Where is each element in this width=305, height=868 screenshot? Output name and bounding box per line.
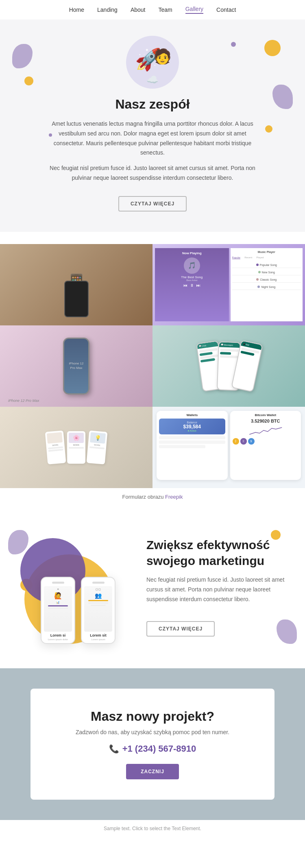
nav-contact[interactable]: Contact [216,7,236,13]
blob-orange-right-bottom [265,125,272,133]
cta-start-button[interactable]: ZACZNIJ [126,764,179,779]
phone-icon: 📞 [109,744,119,754]
phone-notch-1 [52,582,64,584]
cta-section: Masz nowy projekt? Zadzwoń do nas, aby u… [0,668,305,820]
gallery-cell-2[interactable]: Now Playing 🎵 The Best Song Best Artist … [152,244,305,325]
marketing-phone-2: ◻ ◻ 👥 Lorem sit Lorem ipsum [81,577,115,644]
navigation: Home Landing About Team Gallery Contact [0,0,305,20]
nav-team[interactable]: Team [158,7,172,13]
gallery-section: 📱 Now Playing 🎵 The Best Song Best Artis… [0,232,305,506]
hero-avatar: 🚀 🧑 ☁️ [126,36,179,89]
marketing-section: ≡ 🙋 📊 Lorem si Lorem ipsum dolor ◻ ◻ 👥 [0,506,305,668]
blob-purple-left [12,44,33,68]
cta-title: Masz nowy projekt? [47,709,258,724]
hero-paragraph-2: Nec feugiat nisl pretium fusce id. Justo… [47,164,258,183]
gallery-credit: Formularz obrazu Freepik [0,488,305,506]
cta-subtitle: Zadzwoń do nas, aby uzyskać szybką pomoc… [47,729,258,735]
cta-card: Masz nowy projekt? Zadzwoń do nas, aby u… [30,689,274,800]
hero-section: 🚀 🧑 ☁️ Nasz zespół Amet luctus venenatis… [0,20,305,232]
blob-dot-right-top [231,42,236,47]
cta-phone-number: 📞 +1 (234) 567-8910 [47,744,258,754]
gallery-cell-3[interactable]: iPhone 12Pro Max iPhone 12 Pro Max [0,325,152,407]
nav-about[interactable]: About [131,7,146,13]
gallery-cell-5-content: WORK 🌸 WORK 💡 WORK [0,407,152,488]
marketing-title: Zwiększ efektywność swojego marketingu [146,537,289,569]
gallery-cell-1[interactable]: 📱 [0,244,152,325]
gallery-cell-1-content: 📱 [0,244,152,325]
freepik-link[interactable]: Freepik [165,494,183,500]
nav-landing[interactable]: Landing [97,7,118,13]
marketing-read-more-button[interactable]: CZYTAJ WIĘCEJ [146,621,215,637]
phone-notch-2 [92,582,105,584]
blob-orange-right-top [264,40,281,56]
gallery-cell-2-content: Now Playing 🎵 The Best Song Best Artist … [152,244,305,325]
gallery-grid: 📱 Now Playing 🎵 The Best Song Best Artis… [0,244,305,488]
gallery-cell-6[interactable]: Wallets Balance $39,584 ● Active [152,407,305,488]
nav-gallery[interactable]: Gallery [185,6,203,14]
marketing-visual: ≡ 🙋 📊 Lorem si Lorem ipsum dolor ◻ ◻ 👥 [16,530,130,644]
marketing-paragraph: Nec feugiat nisl pretium fusce id. Justo… [146,575,289,604]
footer-note: Sample text. Click to select the Text El… [0,820,305,837]
hero-read-more-button[interactable]: CZYTAJ WIĘCEJ [118,196,187,212]
gallery-cell-3-content: iPhone 12Pro Max iPhone 12 Pro Max [0,325,152,407]
marketing-text: Zwiększ efektywność swojego marketingu N… [146,537,289,637]
hero-title: Nasz zespół [33,97,272,112]
nav-home[interactable]: Home [69,7,84,13]
hero-paragraph-1: Amet luctus venenatis lectus magna fring… [47,119,258,158]
gallery-cell-4-content: 💬 Chat 💬 Messages [152,325,305,407]
gallery-cell-6-content: Wallets Balance $39,584 ● Active [152,407,305,488]
gallery-cell-4[interactable]: 💬 Chat 💬 Messages [152,325,305,407]
marketing-phones: ≡ 🙋 📊 Lorem si Lorem ipsum dolor ◻ ◻ 👥 [41,577,115,644]
blob-orange-left [24,76,33,85]
cta-phone-text: +1 (234) 567-8910 [122,744,196,754]
phone1-label: Lorem si [50,633,66,637]
phone2-label: Lorem sit [90,633,107,637]
blob-purple-right [272,85,293,109]
gallery-cell-5[interactable]: WORK 🌸 WORK 💡 WORK [0,407,152,488]
marketing-phone-1: ≡ 🙋 📊 Lorem si Lorem ipsum dolor [41,577,75,644]
